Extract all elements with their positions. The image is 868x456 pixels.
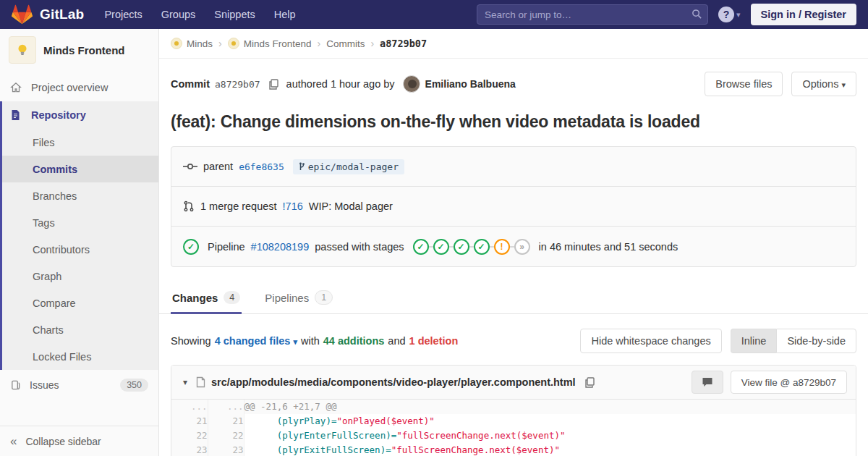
hunk-header-text: @@ -21,6 +21,7 @@	[244, 400, 856, 414]
sidebar-item-label: Compare	[33, 297, 76, 309]
old-line-number[interactable]: 23	[171, 443, 208, 456]
collapse-sidebar-button[interactable]: « Collapse sidebar	[0, 426, 158, 456]
old-line-number[interactable]: 21	[171, 414, 208, 428]
old-line-number[interactable]: 22	[171, 428, 208, 443]
mr-id-link[interactable]: !716	[283, 200, 303, 212]
changed-files-dropdown[interactable]: 4 changed files ▾	[215, 335, 297, 347]
project-sidebar: Minds Frontend Project overview Reposito…	[0, 29, 159, 456]
sign-in-button[interactable]: Sign in / Register	[751, 4, 856, 25]
tab-pipelines[interactable]: Pipelines 1	[263, 283, 334, 313]
diff-line-row: 23 23 (plyrExitFullScreen)="fullScreenCh…	[171, 443, 856, 456]
sidebar-item-compare[interactable]: Compare	[2, 290, 158, 316]
diff-hunk-row: ... ... @@ -21,6 +21,7 @@	[171, 400, 856, 414]
tab-pipelines-count-badge: 1	[315, 290, 333, 305]
sidebar-item-branches[interactable]: Branches	[2, 182, 158, 209]
stage-success-icon[interactable]: ✓	[474, 239, 490, 255]
sidebar-item-label: Commits	[33, 164, 77, 175]
nav-snippets[interactable]: Snippets	[214, 9, 255, 20]
new-line-number[interactable]: 23	[208, 443, 244, 456]
nav-help[interactable]: Help	[274, 9, 296, 20]
branch-badge[interactable]: epic/modal-pager	[293, 159, 404, 174]
authored-text: authored 1 hour ago by	[286, 78, 395, 90]
sidebar-item-files[interactable]: Files	[2, 129, 158, 156]
sidebar-item-charts[interactable]: Charts	[2, 316, 158, 343]
search-icon[interactable]	[692, 9, 702, 20]
diff-view-toggle: Inline Side-by-side	[731, 329, 856, 353]
parent-row: parent e6fe8635 epic/modal-pager	[171, 147, 856, 187]
with-text: with	[301, 335, 320, 347]
author-name[interactable]: Emiliano Balbuena	[425, 78, 516, 90]
sidebar-item-locked-files[interactable]: Locked Files	[2, 343, 158, 370]
stage-success-icon[interactable]: ✓	[454, 239, 469, 255]
side-by-side-view-button[interactable]: Side-by-side	[776, 329, 856, 353]
sidebar-item-contributors[interactable]: Contributors	[2, 236, 158, 263]
new-line-number[interactable]: 21	[208, 414, 244, 428]
sidebar-item-graph[interactable]: Graph	[2, 263, 158, 290]
sidebar-item-label: Tags	[33, 217, 55, 229]
sidebar-item-repository[interactable]: Repository	[2, 101, 158, 129]
help-menu[interactable]: ? ▾	[718, 7, 741, 22]
copy-file-path-icon[interactable]	[584, 377, 595, 388]
inline-view-button[interactable]: Inline	[731, 329, 777, 353]
breadcrumb-project[interactable]: Minds Frontend	[228, 38, 312, 49]
new-line-number[interactable]: 22	[208, 428, 244, 443]
search-input[interactable]	[477, 4, 708, 25]
toggle-comments-button[interactable]	[692, 371, 723, 394]
breadcrumb-separator-icon: ›	[317, 38, 320, 49]
nav-groups[interactable]: Groups	[161, 9, 196, 20]
parent-sha-link[interactable]: e6fe8635	[239, 161, 284, 172]
sidebar-item-issues[interactable]: Issues 350	[0, 370, 158, 400]
code-line: (plyrPlay)="onPlayed($event)"	[244, 414, 856, 428]
caret-down-icon: ▾	[293, 337, 297, 346]
diff-file-header: ▾ src/app/modules/media/components/video…	[171, 366, 856, 400]
sidebar-item-label: Contributors	[33, 244, 90, 256]
gitlab-logo[interactable]: GitLab	[12, 4, 84, 25]
file-path[interactable]: src/app/modules/media/components/video-p…	[211, 376, 576, 388]
home-icon	[10, 82, 22, 93]
new-line-gutter[interactable]: ...	[208, 400, 244, 414]
tab-label: Changes	[172, 292, 218, 304]
old-line-gutter[interactable]: ...	[171, 400, 208, 414]
main-content: Minds › Minds Frontend › Commits › a8729…	[159, 29, 868, 456]
stage-skipped-icon[interactable]: »	[514, 239, 530, 255]
stage-warning-icon[interactable]: !	[494, 239, 510, 255]
collapse-icon: «	[10, 434, 17, 449]
collapse-label: Collapse sidebar	[25, 436, 101, 447]
breadcrumb-commits[interactable]: Commits	[326, 38, 365, 49]
parent-label: parent	[203, 161, 233, 172]
view-file-button[interactable]: View file @ a8729b07	[731, 371, 847, 394]
nav-projects[interactable]: Projects	[104, 9, 142, 20]
gitlab-tanuki-icon	[12, 4, 33, 25]
breadcrumb-group[interactable]: Minds	[171, 38, 213, 49]
collapse-diff-icon[interactable]: ▾	[180, 377, 190, 387]
sidebar-item-tags[interactable]: Tags	[2, 209, 158, 236]
merge-request-icon	[183, 200, 195, 212]
file-icon	[196, 376, 205, 388]
code-line: (plyrEnterFullScreen)="fullScreenChange.…	[244, 428, 856, 443]
hide-whitespace-button[interactable]: Hide whitespace changes	[580, 329, 721, 353]
sidebar-item-label: Repository	[31, 109, 86, 121]
author-avatar[interactable]	[403, 75, 420, 93]
help-icon: ?	[718, 7, 734, 22]
sidebar-item-commits[interactable]: Commits	[2, 156, 158, 182]
commit-tabs: Changes 4 Pipelines 1	[159, 283, 868, 314]
breadcrumb: Minds › Minds Frontend › Commits › a8729…	[159, 29, 868, 59]
stage-success-icon[interactable]: ✓	[413, 239, 429, 255]
branch-icon	[299, 162, 305, 172]
merge-request-row: 1 merge request !716 WIP: Modal pager	[171, 187, 856, 227]
options-dropdown-button[interactable]: Options ▾	[791, 72, 856, 96]
browse-files-button[interactable]: Browse files	[705, 72, 783, 96]
pipeline-label: Pipeline	[208, 241, 245, 253]
pipeline-row: ✓ Pipeline #108208199 passed with stages…	[171, 227, 856, 266]
showing-text: Showing	[171, 335, 211, 347]
pipeline-id-link[interactable]: #108208199	[251, 241, 310, 253]
stage-success-icon[interactable]: ✓	[433, 239, 449, 255]
sidebar-item-label: Graph	[33, 271, 61, 282]
sidebar-item-label: Locked Files	[33, 351, 91, 363]
pipeline-status-icon[interactable]: ✓	[183, 239, 199, 255]
tab-changes[interactable]: Changes 4	[171, 283, 242, 313]
project-context-header[interactable]: Minds Frontend	[0, 29, 158, 74]
diff-line-row: 21 21 (plyrPlay)="onPlayed($event)"	[171, 414, 856, 428]
copy-commit-sha-icon[interactable]	[268, 79, 278, 90]
sidebar-item-project-overview[interactable]: Project overview	[0, 74, 158, 101]
